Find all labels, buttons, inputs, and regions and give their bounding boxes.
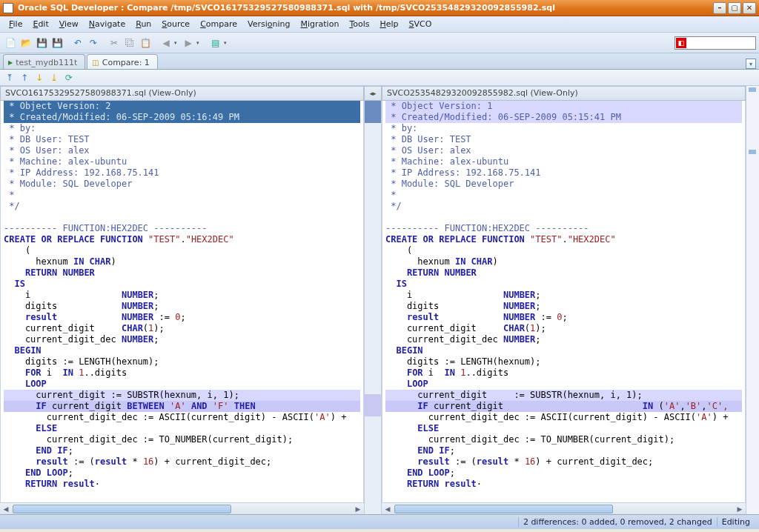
open-icon[interactable]: 📂 [19,36,33,50]
menu-edit[interactable]: Edit [28,18,53,30]
first-diff-icon[interactable]: ⤒ [3,71,16,84]
menu-help[interactable]: Help [375,18,402,30]
left-diff2-line1: current_digit := SUBSTR(hexnum, i, 1); [4,390,239,400]
paste-icon[interactable]: 📋 [138,36,153,50]
menu-run[interactable]: Run [131,18,156,30]
left-code[interactable]: * Object Version: 2 * Created/Modified: … [0,101,364,502]
tab-list-button[interactable]: ▾ [746,59,756,69]
left-common-header: * by: * DB User: TEST * OS User: alex * … [4,123,159,211]
save-all-icon[interactable]: 💾 [50,36,64,50]
close-button[interactable]: ✕ [743,2,756,14]
tab1-label: Compare: 1 [102,58,150,67]
app-icon [3,3,13,13]
diff-nav: ⤒ ↑ ↓ ⤓ ⟳ [0,70,759,86]
left-pane: SVCO16175329527580988371.sql (View-Only)… [0,86,364,514]
status-mode: Editing [717,517,755,527]
left-diff-line-2: * Created/Modified: 06-SEP-2009 05:16:49… [4,112,239,122]
tab-worksheet[interactable]: ▶ test_mydb111t [3,54,85,69]
statusbar: 2 differences: 0 added, 0 removed, 2 cha… [0,514,759,529]
left-file-header: SVCO16175329527580988371.sql (View-Only) [0,86,364,101]
cut-icon[interactable]: ✂ [107,36,122,50]
menu-svco[interactable]: SVCO [405,18,437,30]
menu-source[interactable]: Source [157,18,194,30]
redo-icon[interactable]: ↷ [86,36,101,50]
compare-area: SVCO16175329527580988371.sql (View-Only)… [0,86,759,514]
center-strip: ◂▸ [364,86,382,514]
right-diff-line-1: * Object Version: 1 [385,101,493,111]
right-code[interactable]: * Object Version: 1 * Created/Modified: … [382,101,746,502]
document-tabs: ▶ test_mydb111t ◫ Compare: 1 ▾ [0,53,759,70]
status-diffs: 2 differences: 0 added, 0 removed, 2 cha… [518,517,717,527]
menu-migration[interactable]: Migration [296,18,344,30]
right-common-header: * by: * DB User: TEST * OS User: alex * … [385,123,541,211]
prev-diff-icon[interactable]: ↑ [18,71,31,84]
left-diff-line-1: * Object Version: 2 [4,101,111,111]
menu-navigate[interactable]: Navigate [84,18,130,30]
tab0-label: test_mydb111t [16,58,77,67]
right-hscroll[interactable]: ◀▶ [382,502,746,514]
toolbar: 📄 📂 💾 💾 ↶ ↷ ✂ ⿻ 📋 ◀▾ ▶▾ ▤▾ ◧ [0,33,759,53]
regen-icon[interactable]: ⟳ [62,71,76,84]
run-tri-icon: ▶ [8,59,13,66]
tab-compare[interactable]: ◫ Compare: 1 [87,54,158,69]
next-diff-icon[interactable]: ↓ [33,71,46,84]
search-icon: ◧ [676,38,686,48]
last-diff-icon[interactable]: ⤓ [47,71,61,84]
swap-icon[interactable]: ◂▸ [364,86,382,101]
right-file-header: SVCO25354829320092855982.sql (View-Only) [382,86,746,101]
compare-icon: ◫ [92,59,99,67]
save-icon[interactable]: 💾 [34,36,49,50]
sql-worksheet-icon[interactable]: ▤ [208,36,223,50]
undo-icon[interactable]: ↶ [70,36,85,50]
right-diff2-line1: current_digit := SUBSTR(hexnum, i, 1); [385,390,643,400]
maximize-button[interactable]: ▢ [728,2,741,14]
menu-tools[interactable]: Tools [345,18,374,30]
new-icon[interactable]: 📄 [3,36,18,50]
forward-icon[interactable]: ▶ [181,36,196,50]
menubar: File Edit View Navigate Run Source Compa… [0,16,759,33]
menu-view[interactable]: View [55,18,83,30]
menu-compare[interactable]: Compare [196,18,242,30]
minimize-button[interactable]: – [713,2,726,14]
menu-file[interactable]: File [4,18,27,30]
menu-versioning[interactable]: Versioning [243,18,294,30]
left-hscroll[interactable]: ◀▶ [0,502,364,514]
search-box[interactable]: ◧ [675,36,756,50]
window-title: Oracle SQL Developer : Compare /tmp/SVCO… [18,3,713,13]
copy-icon[interactable]: ⿻ [122,36,137,50]
overview-ruler[interactable] [746,86,759,514]
right-diff-line-2: * Created/Modified: 06-SEP-2009 05:15:41… [385,112,621,122]
back-icon[interactable]: ◀ [159,36,173,50]
right-pane: SVCO25354829320092855982.sql (View-Only)… [382,86,746,514]
titlebar: Oracle SQL Developer : Compare /tmp/SVCO… [0,0,759,16]
